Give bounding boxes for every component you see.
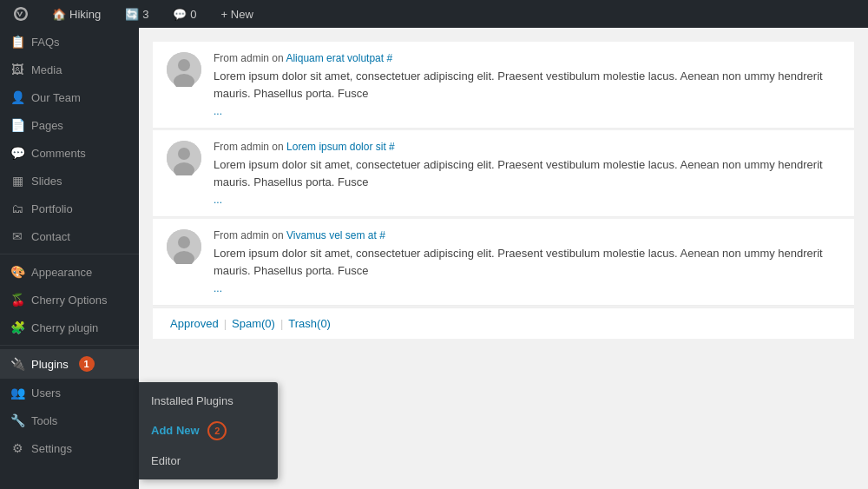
avatar-image-1 [167,141,201,175]
site-name-button[interactable]: 🏠 Hiking [45,4,108,24]
cherry-plugin-icon: 🧩 [10,320,24,334]
plugin-submenu: Installed Plugins Add New 2 Editor [139,382,278,479]
filter-bar: Approved | Spam(0) | Trash(0) [153,307,854,339]
from-prefix-0: From admin on [214,52,286,64]
sidebar-label-cherry-options: Cherry Options [31,294,107,307]
sidebar-label-appearance: Appearance [31,266,92,279]
comment-card-2: From admin on Vivamus vel sem at # Lorem… [153,219,854,306]
sidebar-item-cherry-options[interactable]: 🍒 Cherry Options [0,286,139,314]
sidebar-divider-2 [0,345,139,346]
slides-icon: ▦ [10,174,24,188]
sep-1: | [224,317,227,330]
sidebar-item-tools[interactable]: 🔧 Tools [0,406,139,434]
updates-icon: 🔄 [125,8,139,21]
comment-link-1[interactable]: Lorem ipsum dolor sit # [286,141,395,153]
sidebar-label-contact: Contact [31,230,70,243]
sidebar-item-pages[interactable]: 📄 Pages [0,111,139,139]
comment-more-2[interactable]: ... [214,282,840,294]
avatar-0 [167,52,201,87]
our-team-icon: 👤 [10,90,24,104]
admin-bar: 🏠 Hiking 🔄 3 💬 0 + New [0,0,868,28]
sidebar-label-our-team: Our Team [31,91,81,104]
sidebar-label-faqs: FAQs [31,36,60,49]
appearance-icon: 🎨 [10,265,24,279]
sidebar-item-slides[interactable]: ▦ Slides [0,167,139,195]
site-name-label: Hiking [69,8,101,21]
filter-approved[interactable]: Approved [170,317,219,330]
comments-icon: 💬 [173,8,187,21]
comment-content-1: From admin on Lorem ipsum dolor sit # Lo… [214,141,840,206]
new-content-button[interactable]: + New [214,4,260,24]
comment-text-2: Lorem ipsum dolor sit amet, consectetuer… [214,245,840,279]
add-new-badge: 2 [207,421,227,440]
sidebar-item-contact[interactable]: ✉ Contact [0,222,139,250]
submenu-add-new[interactable]: Add New 2 [139,414,278,447]
comments-nav-icon: 💬 [10,146,24,160]
pages-icon: 📄 [10,118,24,132]
avatar-1 [167,141,201,175]
spam-count: (0) [261,317,275,330]
sidebar-item-plugins[interactable]: 🔌 Plugins 1 [0,349,139,379]
comment-from-2: From admin on Vivamus vel sem at # [214,229,840,241]
wp-logo-button[interactable] [7,3,35,24]
submenu-editor[interactable]: Editor [139,447,278,474]
updates-button[interactable]: 🔄 3 [118,4,155,24]
cherry-options-icon: 🍒 [10,293,24,307]
comment-content-2: From admin on Vivamus vel sem at # Lorem… [214,229,840,294]
sidebar-label-pages: Pages [31,119,63,132]
filter-spam[interactable]: Spam(0) [232,317,275,330]
sidebar-item-comments[interactable]: 💬 Comments [0,139,139,167]
sidebar-label-plugins: Plugins [31,358,69,371]
sidebar-label-users: Users [31,387,61,400]
comments-count: 0 [190,8,196,21]
sidebar-label-slides: Slides [31,175,62,188]
comment-card-0: From admin on Aliquam erat volutpat # Lo… [153,42,854,129]
spam-label: Spam [232,317,261,330]
comments-button[interactable]: 💬 0 [166,4,203,24]
media-icon: 🖼 [10,63,24,76]
site-icon: 🏠 [52,8,66,21]
sidebar-label-portfolio: Portfolio [31,202,73,215]
sidebar-item-portfolio[interactable]: 🗂 Portfolio [0,195,139,222]
sidebar-item-media[interactable]: 🖼 Media [0,56,139,83]
avatar-image-2 [167,229,201,264]
contact-icon: ✉ [10,229,24,243]
plugins-badge: 1 [79,356,95,372]
sidebar-item-faqs[interactable]: 📋 FAQs [0,28,139,56]
sidebar-label-settings: Settings [31,442,72,455]
sidebar-item-our-team[interactable]: 👤 Our Team [0,83,139,111]
comment-more-1[interactable]: ... [214,194,840,206]
sidebar-label-media: Media [31,63,62,76]
sidebar-label-cherry-plugin: Cherry plugin [31,321,98,334]
from-prefix-2: From admin on [214,229,286,241]
sidebar-label-tools: Tools [31,414,57,427]
comment-from-1: From admin on Lorem ipsum dolor sit # [214,141,840,153]
trash-label: Trash [288,317,317,330]
sidebar-item-users[interactable]: 👥 Users [0,379,139,406]
avatar-image-0 [167,52,201,87]
settings-icon: ⚙ [10,441,24,455]
new-label: + New [221,8,253,21]
comment-link-0[interactable]: Aliquam erat volutpat # [286,52,392,64]
filter-trash[interactable]: Trash(0) [288,317,331,330]
wp-logo-icon [14,7,28,21]
submenu-installed-plugins[interactable]: Installed Plugins [139,387,278,414]
add-new-label: Add New [151,424,200,437]
sidebar-label-comments: Comments [31,147,86,160]
sidebar-item-settings[interactable]: ⚙ Settings [0,434,139,462]
comment-card-1: From admin on Lorem ipsum dolor sit # Lo… [153,130,854,217]
portfolio-icon: 🗂 [10,202,24,215]
faqs-icon: 📋 [10,35,24,49]
svg-point-1 [178,59,190,71]
plugins-icon: 🔌 [10,357,24,371]
comment-content-0: From admin on Aliquam erat volutpat # Lo… [214,52,840,117]
sidebar-item-cherry-plugin[interactable]: 🧩 Cherry plugin [0,314,139,341]
comment-from-0: From admin on Aliquam erat volutpat # [214,52,840,64]
tools-icon: 🔧 [10,413,24,427]
comment-more-0[interactable]: ... [214,105,840,117]
avatar-2 [167,229,201,264]
svg-point-4 [178,148,190,160]
trash-count: (0) [317,317,331,330]
comment-link-2[interactable]: Vivamus vel sem at # [286,229,385,241]
sidebar-item-appearance[interactable]: 🎨 Appearance [0,258,139,286]
